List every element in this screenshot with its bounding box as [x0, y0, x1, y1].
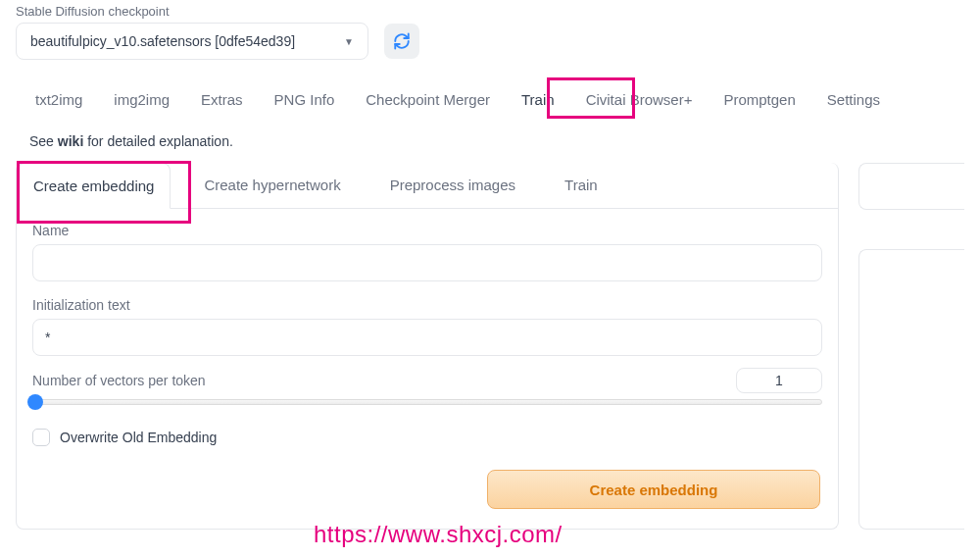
tab-promptgen[interactable]: Promptgen: [721, 85, 797, 122]
subtab-train[interactable]: Train: [549, 163, 613, 209]
vectors-label: Number of vectors per token: [32, 373, 206, 388]
vectors-slider[interactable]: [32, 399, 822, 405]
checkpoint-value: beautifulpicy_v10.safetensors [0dfe54ed3…: [30, 33, 295, 49]
train-panel: Create embedding Create hypernetwork Pre…: [16, 163, 839, 530]
create-embedding-button[interactable]: Create embedding: [487, 470, 820, 509]
sub-tabs: Create embedding Create hypernetwork Pre…: [17, 163, 838, 209]
refresh-icon: [393, 32, 411, 50]
refresh-button[interactable]: [384, 24, 419, 59]
checkpoint-dropdown[interactable]: beautifulpicy_v10.safetensors [0dfe54ed3…: [16, 23, 368, 60]
init-text-input[interactable]: [32, 319, 822, 356]
tab-civitai-browser[interactable]: Civitai Browser+: [584, 85, 695, 122]
name-input[interactable]: [32, 244, 822, 281]
checkpoint-label: Stable Diffusion checkpoint: [16, 4, 964, 19]
slider-thumb[interactable]: [27, 394, 43, 410]
tab-extras[interactable]: Extras: [199, 85, 245, 122]
tab-settings[interactable]: Settings: [825, 85, 882, 122]
right-sidebar: [858, 163, 964, 530]
wiki-link[interactable]: wiki: [58, 133, 83, 149]
tab-train[interactable]: Train: [519, 85, 557, 122]
tab-txt2img[interactable]: txt2img: [33, 85, 84, 122]
wiki-note: See wiki for detailed explanation.: [16, 129, 964, 163]
name-label: Name: [32, 223, 822, 238]
overwrite-checkbox[interactable]: [32, 429, 50, 446]
tab-img2img[interactable]: img2img: [112, 85, 172, 122]
right-box-top: [858, 163, 964, 210]
chevron-down-icon: ▼: [344, 36, 354, 47]
subtab-create-embedding[interactable]: Create embedding: [17, 163, 171, 209]
subtab-create-hypernetwork[interactable]: Create hypernetwork: [188, 163, 356, 209]
tab-checkpoint-merger[interactable]: Checkpoint Merger: [364, 85, 492, 122]
overwrite-label: Overwrite Old Embedding: [60, 430, 217, 445]
subtab-preprocess-images[interactable]: Preprocess images: [374, 163, 531, 209]
vectors-value[interactable]: 1: [736, 368, 822, 393]
right-box-bottom: [858, 249, 964, 530]
main-tabs: txt2img img2img Extras PNG Info Checkpoi…: [0, 60, 980, 122]
tab-png-info[interactable]: PNG Info: [272, 85, 337, 122]
overwrite-checkbox-row[interactable]: Overwrite Old Embedding: [32, 429, 822, 446]
init-text-label: Initialization text: [32, 297, 822, 313]
